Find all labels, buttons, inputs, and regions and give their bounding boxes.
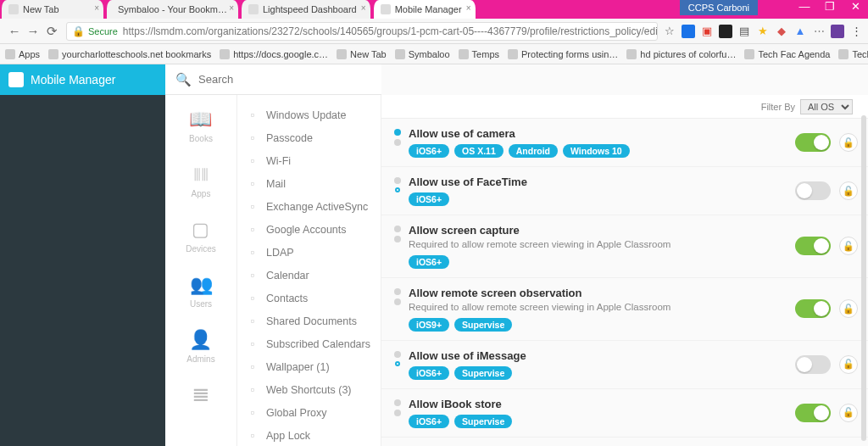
ext-icon[interactable]: ▣ bbox=[700, 25, 714, 38]
bookmark-item[interactable]: Temps bbox=[459, 49, 499, 59]
rule-title: Allow use of iMessage bbox=[409, 349, 795, 362]
settings-item-icon: ▫ bbox=[246, 154, 259, 167]
rule-toggle[interactable] bbox=[795, 133, 831, 152]
toggle-knob-icon bbox=[814, 301, 829, 316]
lock-icon[interactable]: 🔓 bbox=[839, 355, 858, 374]
chrome-user-badge[interactable]: CCPS Carboni bbox=[680, 0, 758, 15]
ext-icon[interactable]: ⋯ bbox=[812, 25, 826, 38]
bookmark-item[interactable]: hd pictures of colorfu… bbox=[626, 49, 736, 59]
ext-icon[interactable] bbox=[831, 25, 844, 38]
rule-toggle[interactable] bbox=[795, 181, 831, 200]
settings-item[interactable]: ▫Global Proxy bbox=[237, 401, 381, 424]
favicon bbox=[8, 4, 19, 14]
os-chip: iOS6+ bbox=[409, 144, 449, 158]
settings-item[interactable]: ▫Contacts bbox=[237, 287, 381, 309]
lock-icon[interactable]: 🔓 bbox=[839, 181, 858, 200]
settings-item[interactable]: ▫Calendar bbox=[237, 264, 381, 287]
settings-item[interactable]: ▫Mail bbox=[237, 172, 381, 195]
rule-toggle[interactable] bbox=[795, 404, 831, 422]
close-icon[interactable]: × bbox=[229, 3, 234, 13]
os-chip: Android bbox=[509, 144, 558, 158]
settings-item[interactable]: ▫Web Shortcuts (3) bbox=[237, 378, 381, 401]
bookmark-item[interactable]: https://docs.google.c… bbox=[220, 49, 328, 59]
url-path: /organizations/23272/schools/140565/grou… bbox=[205, 25, 658, 37]
forward-icon[interactable]: → bbox=[24, 24, 42, 38]
back-icon[interactable]: ← bbox=[5, 24, 24, 38]
filter-row: Filter By All OS bbox=[381, 95, 868, 119]
settings-item-icon: ▫ bbox=[246, 360, 259, 373]
bookmark-item[interactable]: Protecting forms usin… bbox=[508, 49, 618, 59]
ext-icon[interactable] bbox=[682, 25, 695, 38]
lock-icon[interactable]: 🔓 bbox=[839, 299, 858, 318]
window-minimize-icon[interactable]: — bbox=[792, 0, 817, 19]
lock-icon[interactable]: 🔓 bbox=[839, 404, 858, 422]
settings-item-label: Global Proxy bbox=[266, 407, 327, 419]
close-icon[interactable]: × bbox=[94, 3, 99, 13]
dot-icon bbox=[394, 177, 401, 184]
site-icon bbox=[508, 49, 518, 59]
settings-item[interactable]: ▫Exchange ActiveSync bbox=[237, 195, 381, 218]
rail-apps[interactable]: ⦀⦀Apps bbox=[192, 164, 211, 198]
address-bar[interactable]: 🔒 Secure https://lsmdm.com /organization… bbox=[66, 22, 658, 41]
filter-select[interactable]: All OS bbox=[800, 99, 853, 114]
rule-chips: iOS6+Supervise bbox=[409, 366, 795, 380]
star-icon[interactable]: ☆ bbox=[663, 25, 676, 38]
window-close-icon[interactable]: ✕ bbox=[843, 0, 868, 19]
main-panel: Filter By All OS Allow use of cameraiOS6… bbox=[381, 64, 868, 446]
browser-tab[interactable]: Lightspeed Dashboard × bbox=[242, 0, 370, 19]
settings-item[interactable]: ▫Windows Update bbox=[237, 103, 381, 126]
favicon bbox=[248, 4, 259, 14]
lock-icon[interactable]: 🔓 bbox=[839, 133, 858, 152]
secure-label: Secure bbox=[88, 26, 118, 36]
bookmark-label: yourcharlotteschools.net bookmarks bbox=[62, 49, 211, 59]
settings-item[interactable]: ▫Wallpaper (1) bbox=[237, 355, 381, 378]
bookmark-item[interactable]: yourcharlotteschools.net bookmarks bbox=[48, 49, 211, 59]
rail-devices[interactable]: ▢Devices bbox=[186, 219, 216, 254]
bookmark-item[interactable]: Tech Fac bbox=[838, 49, 868, 59]
ext-icon[interactable]: ▲ bbox=[793, 25, 807, 38]
settings-item[interactable]: ▫LDAP bbox=[237, 241, 381, 264]
rail-admins[interactable]: 👤Admins bbox=[186, 329, 214, 364]
ext-icon[interactable]: ◆ bbox=[775, 25, 788, 38]
ext-icon[interactable]: ★ bbox=[756, 25, 770, 38]
rule-row: Allow use of iMessageiOS6+Supervise🔓 bbox=[381, 341, 868, 389]
rule-toggle[interactable] bbox=[795, 355, 831, 374]
browser-tab[interactable]: New Tab × bbox=[2, 0, 103, 19]
window-maximize-icon[interactable]: ❐ bbox=[817, 0, 843, 19]
rule-chips: iOS6+ bbox=[409, 255, 795, 269]
bookmark-label: hd pictures of colorfu… bbox=[640, 49, 736, 59]
browser-tab-active[interactable]: Mobile Manager × bbox=[374, 0, 476, 19]
browser-tab[interactable]: Symbaloo - Your Bookm… × bbox=[107, 0, 238, 19]
rail-books[interactable]: 📖Books bbox=[189, 109, 213, 143]
apps-button[interactable]: Apps bbox=[5, 49, 40, 59]
settings-item[interactable]: ▫App Lock bbox=[237, 424, 381, 446]
settings-item[interactable]: ▫Subscribed Calendars bbox=[237, 332, 381, 355]
os-chip: OS X.11 bbox=[454, 144, 504, 158]
ext-icon[interactable]: ▤ bbox=[737, 25, 751, 38]
settings-item[interactable]: ▫Google Accounts bbox=[237, 218, 381, 241]
book-icon: 📖 bbox=[189, 109, 212, 131]
ext-icon[interactable] bbox=[719, 25, 732, 38]
brand[interactable]: Mobile Manager bbox=[0, 64, 165, 95]
settings-item[interactable]: ▫Shared Documents bbox=[237, 309, 381, 332]
search-input[interactable] bbox=[197, 72, 342, 86]
rule-row: Allow remote screen observationRequired … bbox=[381, 278, 868, 341]
reload-icon[interactable]: ⟳ bbox=[42, 24, 61, 39]
rail-users[interactable]: 👥Users bbox=[190, 274, 213, 309]
rule-toggle[interactable] bbox=[795, 299, 831, 318]
close-icon[interactable]: × bbox=[466, 3, 471, 13]
settings-item[interactable]: ▫Passcode bbox=[237, 126, 381, 149]
rule-toggle[interactable] bbox=[795, 237, 831, 255]
docs-icon bbox=[220, 49, 230, 59]
bookmark-item[interactable]: Symbaloo bbox=[395, 49, 450, 59]
folder-icon bbox=[744, 49, 754, 59]
rail-settings[interactable]: 𝌆 bbox=[192, 384, 209, 406]
rule-chips: iOS6+Supervise bbox=[409, 415, 795, 428]
bookmark-item[interactable]: New Tab bbox=[337, 49, 387, 59]
close-icon[interactable]: × bbox=[361, 3, 366, 13]
lock-icon[interactable]: 🔓 bbox=[839, 237, 858, 255]
bookmark-item[interactable]: Tech Fac Agenda bbox=[744, 49, 830, 59]
chrome-menu-icon[interactable]: ⋮ bbox=[849, 25, 863, 38]
settings-item[interactable]: ▫Wi-Fi bbox=[237, 149, 381, 172]
device-icon: ▢ bbox=[192, 219, 209, 241]
